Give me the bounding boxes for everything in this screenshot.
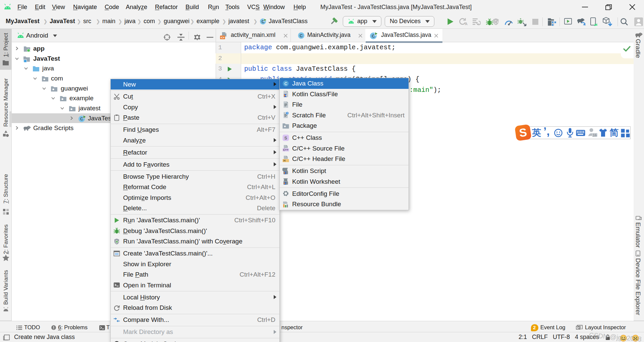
svg-text:H: H <box>283 159 285 162</box>
svg-text:16: 16 <box>593 133 597 137</box>
svg-text:C: C <box>372 34 375 39</box>
svg-text:A: A <box>465 22 468 26</box>
svg-text:C: C <box>284 81 287 86</box>
svg-text:C++: C++ <box>283 148 288 152</box>
svg-text:C: C <box>300 33 303 38</box>
svg-text:<>: <> <box>221 36 225 40</box>
svg-text:S: S <box>284 135 287 140</box>
